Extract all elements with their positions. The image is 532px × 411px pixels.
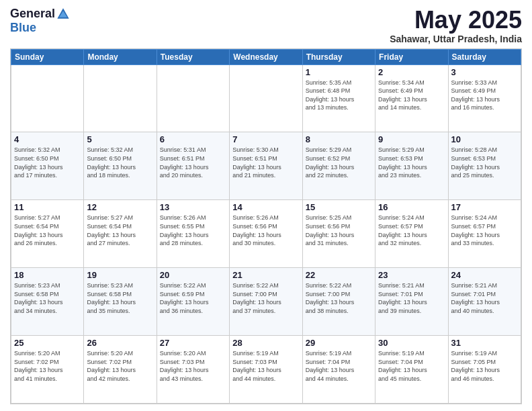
day-info: Sunrise: 5:23 AMSunset: 6:58 PMDaylight:… [14, 281, 81, 315]
day-number: 30 [378, 338, 445, 348]
calendar-cell: 7Sunrise: 5:30 AMSunset: 6:51 PMDaylight… [230, 132, 302, 200]
calendar-cell: 23Sunrise: 5:21 AMSunset: 7:01 PMDayligh… [375, 268, 448, 336]
day-info: Sunrise: 5:29 AMSunset: 6:52 PMDaylight:… [306, 146, 372, 179]
day-number: 3 [451, 67, 518, 77]
day-info: Sunrise: 5:20 AMSunset: 7:03 PMDaylight:… [160, 349, 226, 383]
location-subtitle: Sahawar, Uttar Pradesh, India [390, 34, 522, 44]
day-info: Sunrise: 5:29 AMSunset: 6:53 PMDaylight:… [378, 146, 445, 179]
calendar-cell: 22Sunrise: 5:22 AMSunset: 7:00 PMDayligh… [302, 268, 375, 336]
calendar-cell: 4Sunrise: 5:32 AMSunset: 6:50 PMDaylight… [11, 132, 84, 200]
calendar-week-3: 11Sunrise: 5:27 AMSunset: 6:54 PMDayligh… [11, 200, 521, 268]
day-info: Sunrise: 5:35 AMSunset: 6:48 PMDaylight:… [306, 79, 372, 112]
day-info: Sunrise: 5:30 AMSunset: 6:51 PMDaylight:… [232, 146, 299, 179]
day-number: 13 [160, 202, 226, 212]
calendar-cell: 26Sunrise: 5:20 AMSunset: 7:02 PMDayligh… [84, 336, 157, 404]
calendar-cell: 30Sunrise: 5:19 AMSunset: 7:04 PMDayligh… [375, 336, 448, 404]
day-number: 11 [14, 202, 81, 212]
col-wednesday: Wednesday [230, 49, 302, 64]
calendar-cell: 24Sunrise: 5:21 AMSunset: 7:01 PMDayligh… [448, 268, 521, 336]
calendar-cell: 27Sunrise: 5:20 AMSunset: 7:03 PMDayligh… [157, 336, 229, 404]
calendar-cell: 29Sunrise: 5:19 AMSunset: 7:04 PMDayligh… [302, 336, 375, 404]
day-number: 18 [14, 270, 81, 280]
day-number: 24 [451, 270, 518, 280]
day-number: 21 [232, 270, 299, 280]
calendar-cell: 25Sunrise: 5:20 AMSunset: 7:02 PMDayligh… [11, 336, 84, 404]
calendar-cell [157, 64, 229, 132]
col-tuesday: Tuesday [157, 49, 229, 64]
day-info: Sunrise: 5:19 AMSunset: 7:05 PMDaylight:… [451, 349, 518, 383]
calendar-cell: 3Sunrise: 5:33 AMSunset: 6:49 PMDaylight… [448, 64, 521, 132]
calendar-cell: 2Sunrise: 5:34 AMSunset: 6:49 PMDaylight… [375, 64, 448, 132]
calendar-cell: 10Sunrise: 5:28 AMSunset: 6:53 PMDayligh… [448, 132, 521, 200]
logo-general: General [10, 7, 55, 21]
day-number: 19 [87, 270, 153, 280]
day-info: Sunrise: 5:32 AMSunset: 6:50 PMDaylight:… [87, 146, 153, 179]
day-info: Sunrise: 5:21 AMSunset: 7:01 PMDaylight:… [451, 281, 518, 315]
day-number: 5 [87, 134, 153, 144]
calendar-week-4: 18Sunrise: 5:23 AMSunset: 6:58 PMDayligh… [11, 268, 521, 336]
calendar-header: Sunday Monday Tuesday Wednesday Thursday… [11, 49, 521, 64]
logo: General Blue [10, 7, 70, 35]
day-info: Sunrise: 5:22 AMSunset: 7:00 PMDaylight:… [232, 281, 299, 315]
calendar-cell: 6Sunrise: 5:31 AMSunset: 6:51 PMDaylight… [157, 132, 229, 200]
day-number: 9 [378, 134, 445, 144]
calendar-cell: 28Sunrise: 5:19 AMSunset: 7:03 PMDayligh… [230, 336, 302, 404]
day-info: Sunrise: 5:21 AMSunset: 7:01 PMDaylight:… [378, 281, 445, 315]
title-area: May 2025 Sahawar, Uttar Pradesh, India [390, 7, 522, 44]
day-number: 22 [306, 270, 372, 280]
logo-blue: Blue [10, 21, 36, 35]
header: General Blue May 2025 Sahawar, Uttar Pra… [10, 7, 522, 44]
day-number: 7 [232, 134, 299, 144]
col-saturday: Saturday [448, 49, 521, 64]
day-info: Sunrise: 5:33 AMSunset: 6:49 PMDaylight:… [451, 79, 518, 112]
day-number: 1 [306, 67, 372, 77]
day-info: Sunrise: 5:20 AMSunset: 7:02 PMDaylight:… [87, 349, 153, 383]
day-number: 8 [306, 134, 372, 144]
col-sunday: Sunday [11, 49, 84, 64]
calendar-cell: 8Sunrise: 5:29 AMSunset: 6:52 PMDaylight… [302, 132, 375, 200]
calendar-cell [230, 64, 302, 132]
calendar-cell: 12Sunrise: 5:27 AMSunset: 6:54 PMDayligh… [84, 200, 157, 268]
logo-text: General [10, 7, 70, 21]
calendar-cell: 17Sunrise: 5:24 AMSunset: 6:57 PMDayligh… [448, 200, 521, 268]
header-row: Sunday Monday Tuesday Wednesday Thursday… [11, 49, 521, 64]
day-number: 29 [306, 338, 372, 348]
calendar-cell: 31Sunrise: 5:19 AMSunset: 7:05 PMDayligh… [448, 336, 521, 404]
calendar-cell: 19Sunrise: 5:23 AMSunset: 6:58 PMDayligh… [84, 268, 157, 336]
day-info: Sunrise: 5:24 AMSunset: 6:57 PMDaylight:… [378, 214, 445, 247]
col-monday: Monday [84, 49, 157, 64]
day-number: 20 [160, 270, 226, 280]
day-info: Sunrise: 5:28 AMSunset: 6:53 PMDaylight:… [451, 146, 518, 179]
page: General Blue May 2025 Sahawar, Uttar Pra… [0, 0, 532, 411]
day-info: Sunrise: 5:19 AMSunset: 7:04 PMDaylight:… [378, 349, 445, 383]
calendar-cell: 15Sunrise: 5:25 AMSunset: 6:56 PMDayligh… [302, 200, 375, 268]
calendar-week-5: 25Sunrise: 5:20 AMSunset: 7:02 PMDayligh… [11, 336, 521, 404]
day-number: 31 [451, 338, 518, 348]
day-info: Sunrise: 5:31 AMSunset: 6:51 PMDaylight:… [160, 146, 226, 179]
calendar-cell: 9Sunrise: 5:29 AMSunset: 6:53 PMDaylight… [375, 132, 448, 200]
day-number: 23 [378, 270, 445, 280]
calendar-cell: 1Sunrise: 5:35 AMSunset: 6:48 PMDaylight… [302, 64, 375, 132]
calendar-cell: 11Sunrise: 5:27 AMSunset: 6:54 PMDayligh… [11, 200, 84, 268]
day-number: 12 [87, 202, 153, 212]
month-title: May 2025 [390, 7, 522, 34]
day-number: 10 [451, 134, 518, 144]
calendar-cell [11, 64, 84, 132]
day-info: Sunrise: 5:25 AMSunset: 6:56 PMDaylight:… [306, 214, 372, 247]
day-info: Sunrise: 5:20 AMSunset: 7:02 PMDaylight:… [14, 349, 81, 383]
day-info: Sunrise: 5:19 AMSunset: 7:03 PMDaylight:… [232, 349, 299, 383]
day-info: Sunrise: 5:34 AMSunset: 6:49 PMDaylight:… [378, 79, 445, 112]
day-info: Sunrise: 5:22 AMSunset: 6:59 PMDaylight:… [160, 281, 226, 315]
day-info: Sunrise: 5:26 AMSunset: 6:55 PMDaylight:… [160, 214, 226, 247]
day-number: 6 [160, 134, 226, 144]
calendar-week-1: 1Sunrise: 5:35 AMSunset: 6:48 PMDaylight… [11, 64, 521, 132]
day-info: Sunrise: 5:24 AMSunset: 6:57 PMDaylight:… [451, 214, 518, 247]
calendar-table: Sunday Monday Tuesday Wednesday Thursday… [11, 49, 521, 404]
col-friday: Friday [375, 49, 448, 64]
day-number: 2 [378, 67, 445, 77]
day-info: Sunrise: 5:26 AMSunset: 6:56 PMDaylight:… [232, 214, 299, 247]
calendar-week-2: 4Sunrise: 5:32 AMSunset: 6:50 PMDaylight… [11, 132, 521, 200]
day-number: 15 [306, 202, 372, 212]
day-info: Sunrise: 5:23 AMSunset: 6:58 PMDaylight:… [87, 281, 153, 315]
day-number: 14 [232, 202, 299, 212]
